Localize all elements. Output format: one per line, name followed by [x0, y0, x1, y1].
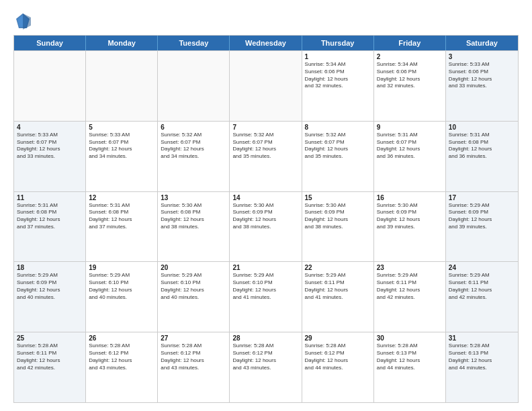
calendar-cell-14: 14Sunrise: 5:30 AM Sunset: 6:09 PM Dayli…: [230, 192, 302, 262]
svg-marker-2: [23, 13, 31, 30]
cell-info: Sunrise: 5:31 AM Sunset: 6:08 PM Dayligh…: [449, 132, 515, 161]
cell-info: Sunrise: 5:28 AM Sunset: 6:12 PM Dayligh…: [89, 342, 154, 371]
day-number: 15: [305, 194, 371, 201]
calendar-row-3: 18Sunrise: 5:29 AM Sunset: 6:09 PM Dayli…: [14, 261, 518, 332]
cell-info: Sunrise: 5:32 AM Sunset: 6:07 PM Dayligh…: [305, 132, 371, 161]
calendar-cell-22: 22Sunrise: 5:29 AM Sunset: 6:11 PM Dayli…: [302, 262, 374, 332]
day-number: 29: [305, 334, 371, 342]
day-number: 14: [232, 194, 298, 201]
cell-info: Sunrise: 5:29 AM Sunset: 6:10 PM Dayligh…: [232, 272, 298, 301]
day-number: 12: [89, 194, 154, 201]
calendar-cell-31: 31Sunrise: 5:28 AM Sunset: 6:13 PM Dayli…: [446, 332, 518, 402]
calendar-body: 1Sunrise: 5:34 AM Sunset: 6:06 PM Daylig…: [14, 50, 518, 402]
day-number: 25: [17, 334, 83, 342]
cell-info: Sunrise: 5:33 AM Sunset: 6:07 PM Dayligh…: [17, 132, 83, 161]
cell-info: Sunrise: 5:32 AM Sunset: 6:07 PM Dayligh…: [161, 132, 226, 161]
cell-info: Sunrise: 5:29 AM Sunset: 6:11 PM Dayligh…: [305, 272, 371, 301]
cell-info: Sunrise: 5:30 AM Sunset: 6:09 PM Dayligh…: [377, 202, 443, 231]
calendar-row-1: 4Sunrise: 5:33 AM Sunset: 6:07 PM Daylig…: [14, 121, 518, 191]
calendar-cell-18: 18Sunrise: 5:29 AM Sunset: 6:09 PM Dayli…: [14, 262, 86, 332]
day-number: 11: [17, 194, 83, 201]
cell-info: Sunrise: 5:31 AM Sunset: 6:07 PM Dayligh…: [377, 132, 443, 161]
calendar-cell-17: 17Sunrise: 5:29 AM Sunset: 6:09 PM Dayli…: [446, 192, 518, 262]
cell-info: Sunrise: 5:33 AM Sunset: 6:06 PM Dayligh…: [449, 61, 515, 90]
day-number: 18: [17, 264, 83, 271]
cell-info: Sunrise: 5:28 AM Sunset: 6:12 PM Dayligh…: [232, 342, 298, 371]
calendar-cell-8: 8Sunrise: 5:32 AM Sunset: 6:07 PM Daylig…: [302, 122, 374, 191]
day-number: 13: [161, 194, 226, 201]
calendar-cell-16: 16Sunrise: 5:30 AM Sunset: 6:09 PM Dayli…: [374, 192, 446, 262]
day-number: 9: [377, 124, 443, 131]
header-day-sunday: Sunday: [14, 36, 86, 50]
calendar-cell-24: 24Sunrise: 5:29 AM Sunset: 6:11 PM Dayli…: [446, 262, 518, 332]
calendar-row-0: 1Sunrise: 5:34 AM Sunset: 6:06 PM Daylig…: [14, 50, 518, 121]
day-number: 6: [161, 124, 226, 131]
cell-info: Sunrise: 5:31 AM Sunset: 6:08 PM Dayligh…: [17, 202, 83, 231]
day-number: 22: [305, 264, 371, 271]
day-number: 2: [377, 53, 443, 60]
calendar-cell-29: 29Sunrise: 5:28 AM Sunset: 6:12 PM Dayli…: [302, 332, 374, 402]
day-number: 21: [232, 264, 298, 271]
day-number: 7: [232, 124, 298, 131]
day-number: 5: [89, 124, 154, 131]
calendar-cell-9: 9Sunrise: 5:31 AM Sunset: 6:07 PM Daylig…: [374, 122, 446, 191]
day-number: 16: [377, 194, 443, 201]
cell-info: Sunrise: 5:29 AM Sunset: 6:11 PM Dayligh…: [377, 272, 443, 301]
cell-info: Sunrise: 5:29 AM Sunset: 6:09 PM Dayligh…: [17, 272, 83, 301]
calendar-cell-empty-2: [158, 51, 230, 121]
day-number: 3: [449, 53, 515, 60]
calendar-cell-2: 2Sunrise: 5:34 AM Sunset: 6:06 PM Daylig…: [374, 51, 446, 121]
calendar-row-4: 25Sunrise: 5:28 AM Sunset: 6:11 PM Dayli…: [14, 332, 518, 402]
cell-info: Sunrise: 5:29 AM Sunset: 6:11 PM Dayligh…: [449, 272, 515, 301]
logo: [13, 12, 35, 31]
header-day-friday: Friday: [374, 36, 446, 50]
calendar-cell-13: 13Sunrise: 5:30 AM Sunset: 6:08 PM Dayli…: [158, 192, 230, 262]
cell-info: Sunrise: 5:29 AM Sunset: 6:09 PM Dayligh…: [449, 202, 515, 231]
day-number: 19: [89, 264, 154, 271]
logo-icon: [13, 12, 32, 31]
day-number: 24: [449, 264, 515, 271]
header-day-thursday: Thursday: [302, 36, 374, 50]
day-number: 27: [161, 334, 226, 342]
page: SundayMondayTuesdayWednesdayThursdayFrid…: [0, 0, 532, 411]
calendar-cell-10: 10Sunrise: 5:31 AM Sunset: 6:08 PM Dayli…: [446, 122, 518, 191]
day-number: 17: [449, 194, 515, 201]
cell-info: Sunrise: 5:28 AM Sunset: 6:12 PM Dayligh…: [161, 342, 226, 371]
header: [13, 12, 519, 31]
calendar-cell-11: 11Sunrise: 5:31 AM Sunset: 6:08 PM Dayli…: [14, 192, 86, 262]
cell-info: Sunrise: 5:30 AM Sunset: 6:09 PM Dayligh…: [232, 202, 298, 231]
calendar-cell-30: 30Sunrise: 5:28 AM Sunset: 6:13 PM Dayli…: [374, 332, 446, 402]
calendar-cell-28: 28Sunrise: 5:28 AM Sunset: 6:12 PM Dayli…: [230, 332, 302, 402]
day-number: 8: [305, 124, 371, 131]
header-day-tuesday: Tuesday: [158, 36, 230, 50]
cell-info: Sunrise: 5:30 AM Sunset: 6:09 PM Dayligh…: [305, 202, 371, 231]
calendar-cell-27: 27Sunrise: 5:28 AM Sunset: 6:12 PM Dayli…: [158, 332, 230, 402]
day-number: 28: [232, 334, 298, 342]
calendar-row-2: 11Sunrise: 5:31 AM Sunset: 6:08 PM Dayli…: [14, 191, 518, 262]
cell-info: Sunrise: 5:33 AM Sunset: 6:07 PM Dayligh…: [89, 132, 154, 161]
header-day-wednesday: Wednesday: [230, 36, 302, 50]
day-number: 1: [305, 53, 371, 60]
calendar-cell-empty-0: [14, 51, 86, 121]
calendar-cell-5: 5Sunrise: 5:33 AM Sunset: 6:07 PM Daylig…: [86, 122, 158, 191]
calendar: SundayMondayTuesdayWednesdayThursdayFrid…: [13, 35, 519, 403]
calendar-cell-empty-1: [86, 51, 158, 121]
cell-info: Sunrise: 5:28 AM Sunset: 6:13 PM Dayligh…: [377, 342, 443, 371]
calendar-cell-4: 4Sunrise: 5:33 AM Sunset: 6:07 PM Daylig…: [14, 122, 86, 191]
header-day-monday: Monday: [86, 36, 158, 50]
cell-info: Sunrise: 5:28 AM Sunset: 6:11 PM Dayligh…: [17, 342, 83, 371]
calendar-cell-1: 1Sunrise: 5:34 AM Sunset: 6:06 PM Daylig…: [302, 51, 374, 121]
day-number: 20: [161, 264, 226, 271]
day-number: 30: [377, 334, 443, 342]
calendar-cell-26: 26Sunrise: 5:28 AM Sunset: 6:12 PM Dayli…: [86, 332, 158, 402]
calendar-cell-19: 19Sunrise: 5:29 AM Sunset: 6:10 PM Dayli…: [86, 262, 158, 332]
cell-info: Sunrise: 5:29 AM Sunset: 6:10 PM Dayligh…: [161, 272, 226, 301]
cell-info: Sunrise: 5:32 AM Sunset: 6:07 PM Dayligh…: [232, 132, 298, 161]
calendar-cell-23: 23Sunrise: 5:29 AM Sunset: 6:11 PM Dayli…: [374, 262, 446, 332]
day-number: 23: [377, 264, 443, 271]
cell-info: Sunrise: 5:31 AM Sunset: 6:08 PM Dayligh…: [89, 202, 154, 231]
calendar-cell-3: 3Sunrise: 5:33 AM Sunset: 6:06 PM Daylig…: [446, 51, 518, 121]
header-day-saturday: Saturday: [446, 36, 518, 50]
calendar-cell-25: 25Sunrise: 5:28 AM Sunset: 6:11 PM Dayli…: [14, 332, 86, 402]
calendar-cell-21: 21Sunrise: 5:29 AM Sunset: 6:10 PM Dayli…: [230, 262, 302, 332]
